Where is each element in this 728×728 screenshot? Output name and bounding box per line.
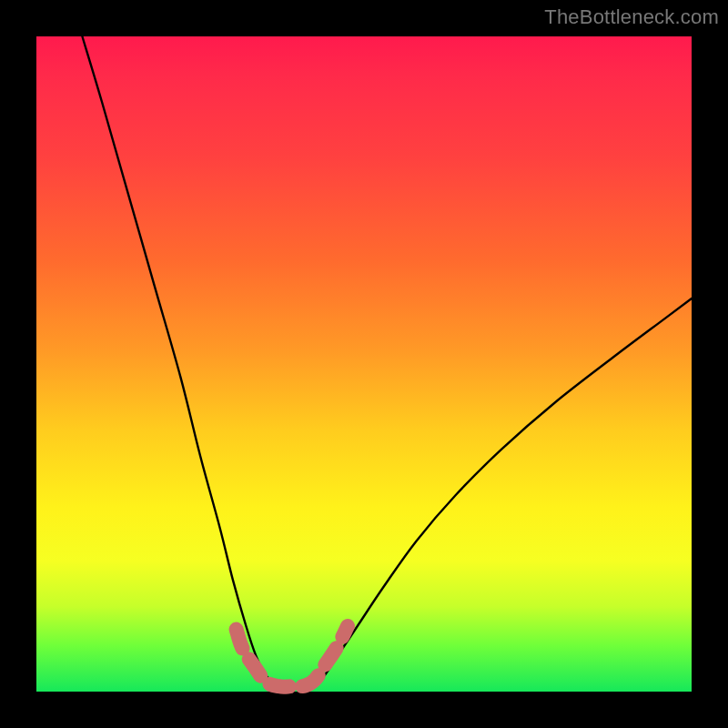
left-curve [82,36,275,683]
chart-svg [36,36,692,692]
valley-marks [237,626,348,687]
chart-frame: TheBottleneck.com [0,0,728,728]
plot-area [36,36,692,692]
watermark-text: TheBottleneck.com [544,5,719,29]
right-curve [315,298,692,683]
